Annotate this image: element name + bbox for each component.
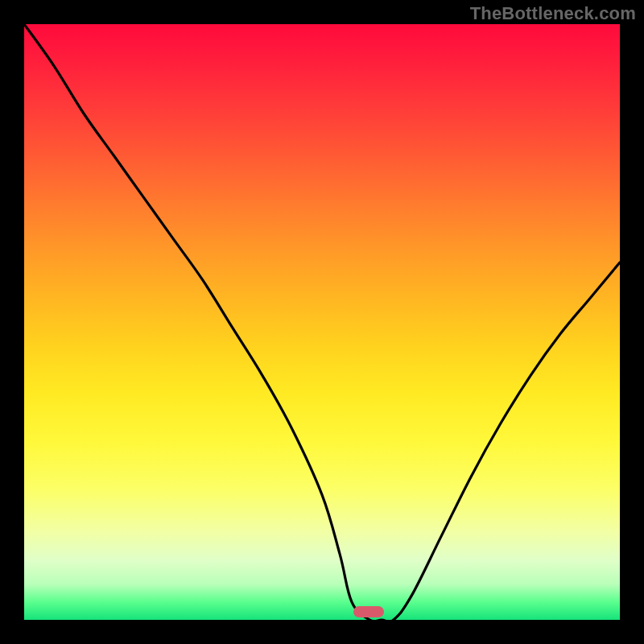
plot-area — [24, 24, 620, 620]
optimal-marker — [353, 606, 384, 617]
chart-frame: TheBottleneck.com — [0, 0, 644, 644]
curve-svg — [24, 24, 620, 620]
bottleneck-curve-path — [24, 24, 620, 620]
watermark-text: TheBottleneck.com — [470, 3, 636, 24]
